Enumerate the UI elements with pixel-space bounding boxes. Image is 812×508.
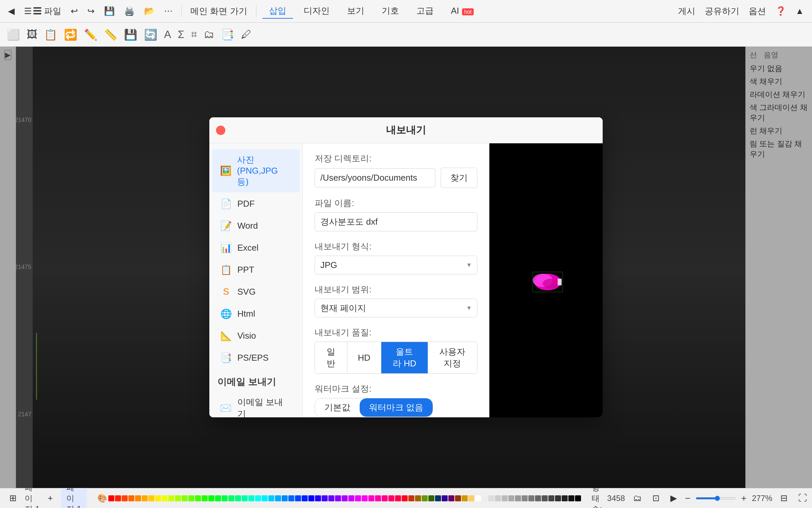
menu-button[interactable]: ☰ ☰ 파일 (22, 4, 64, 18)
color-swatch[interactable] (288, 495, 294, 501)
color-swatch[interactable] (242, 495, 248, 501)
shape-icon-3[interactable]: 📋 (44, 28, 57, 41)
quality-custom[interactable]: 사용자 지정 (428, 342, 477, 373)
directory-input[interactable]: /Users/yoons/Documents (315, 168, 435, 187)
watermark-default[interactable]: 기본값 (315, 398, 360, 417)
shape-icon-11[interactable]: ⌗ (191, 28, 197, 41)
share-button[interactable]: 공유하기 (702, 4, 742, 18)
undo-button[interactable]: ↩ (68, 5, 81, 18)
fullscreen-button[interactable]: ⛶ (796, 492, 810, 505)
color-swatch[interactable] (562, 495, 568, 501)
print-button[interactable]: 🖨️ (121, 5, 137, 18)
color-swatch[interactable] (295, 495, 301, 501)
color-swatch[interactable] (128, 495, 134, 501)
color-swatch[interactable] (208, 495, 214, 501)
color-swatch[interactable] (162, 495, 168, 501)
color-swatch[interactable] (222, 495, 228, 501)
color-swatch[interactable] (535, 495, 541, 501)
color-swatch[interactable] (382, 495, 388, 501)
color-swatch[interactable] (422, 495, 428, 501)
shape-icon-4[interactable]: 🔁 (64, 28, 77, 41)
shape-icon-6[interactable]: 📏 (104, 28, 117, 41)
play-button[interactable]: ▶ (668, 492, 680, 505)
color-swatch[interactable] (508, 495, 514, 501)
shape-icon-5[interactable]: ✏️ (84, 28, 97, 41)
nav-item-excel[interactable]: 📊 Excel (212, 237, 300, 258)
color-swatch[interactable] (195, 495, 201, 501)
color-swatch[interactable] (122, 495, 128, 501)
color-swatch[interactable] (488, 495, 494, 501)
save-button[interactable]: 💾 (101, 5, 117, 18)
color-swatch[interactable] (182, 495, 188, 501)
sidebar-toggle-button[interactable]: ⊞ (7, 492, 19, 505)
more-button[interactable]: ⋯ (161, 5, 175, 18)
color-swatch[interactable] (402, 495, 408, 501)
tab-insert[interactable]: 삽입 (262, 4, 293, 19)
color-swatch[interactable] (375, 495, 381, 501)
shape-icon-9[interactable]: A (164, 28, 171, 41)
add-page-button[interactable]: + (45, 492, 55, 505)
color-swatch[interactable] (115, 495, 121, 501)
color-swatch[interactable] (355, 495, 361, 501)
color-swatch[interactable] (515, 495, 521, 501)
color-swatch[interactable] (348, 495, 354, 501)
quality-hd[interactable]: HD (347, 342, 382, 373)
browse-button[interactable]: 찾기 (441, 168, 477, 188)
color-swatch[interactable] (135, 495, 141, 501)
color-swatch[interactable] (568, 495, 574, 501)
color-swatch[interactable] (215, 495, 221, 501)
color-swatch[interactable] (395, 495, 401, 501)
open-button[interactable]: 📂 (141, 5, 157, 18)
color-swatch[interactable] (528, 495, 534, 501)
color-swatch[interactable] (442, 495, 448, 501)
color-swatch[interactable] (522, 495, 528, 501)
tab-view[interactable]: 보기 (340, 4, 371, 19)
zoom-minus-icon[interactable]: − (685, 493, 690, 504)
settings-button[interactable]: 옵션 (746, 4, 769, 18)
fill-color-indicator[interactable]: 🎨 (97, 494, 107, 503)
color-swatch[interactable] (548, 495, 554, 501)
shape-icon-14[interactable]: 🖊 (241, 28, 252, 41)
color-swatch[interactable] (255, 495, 261, 501)
tab-symbol[interactable]: 기호 (375, 4, 406, 19)
color-swatch[interactable] (148, 495, 154, 501)
color-swatch[interactable] (275, 495, 281, 501)
color-swatch[interactable] (408, 495, 414, 501)
snap-button[interactable]: ⊡ (650, 492, 663, 505)
color-swatch[interactable] (475, 495, 481, 501)
color-swatch[interactable] (362, 495, 368, 501)
color-swatch[interactable] (495, 495, 501, 501)
color-swatch[interactable] (335, 495, 341, 501)
tab-ai[interactable]: AI hot (444, 4, 480, 18)
shape-icon-10[interactable]: Σ (178, 28, 184, 41)
zoom-slider[interactable] (696, 497, 736, 499)
color-swatch[interactable] (235, 495, 241, 501)
nav-item-ppt[interactable]: 📋 PPT (212, 259, 300, 280)
nav-item-image[interactable]: 🖼️ 사진(PNG,JPG 등) (212, 149, 300, 192)
color-swatch[interactable] (468, 495, 474, 501)
color-swatch[interactable] (168, 495, 174, 501)
color-swatch[interactable] (308, 495, 314, 501)
quality-normal[interactable]: 일반 (315, 342, 347, 373)
watermark-none[interactable]: 워터마크 없음 (360, 398, 433, 417)
range-select[interactable]: 현재 페이지 전체 페이지 선택 영역 (315, 299, 477, 318)
layers-button[interactable]: 🗂 (630, 492, 644, 505)
nav-item-word[interactable]: 📝 Word (212, 215, 300, 236)
color-swatch[interactable] (575, 495, 581, 501)
nav-item-email[interactable]: ✉️ 이메일 보내기 (212, 392, 300, 417)
shape-icon-8[interactable]: 🔄 (144, 28, 157, 41)
color-swatch[interactable] (455, 495, 461, 501)
color-swatch[interactable] (388, 495, 394, 501)
color-swatch[interactable] (462, 495, 468, 501)
nav-item-pseps[interactable]: 📑 PS/EPS (212, 347, 300, 368)
shape-icon-13[interactable]: 📑 (221, 28, 234, 41)
color-swatch[interactable] (248, 495, 254, 501)
color-swatch[interactable] (108, 495, 114, 501)
home-button[interactable]: 메인 화면 가기 (188, 4, 250, 18)
tab-advanced[interactable]: 고급 (410, 4, 440, 19)
format-select[interactable]: JPG PNG GIF BMP TIFF (315, 256, 477, 274)
color-swatch[interactable] (482, 495, 488, 501)
color-swatch[interactable] (342, 495, 348, 501)
color-swatch[interactable] (435, 495, 441, 501)
redo-button[interactable]: ↪ (85, 5, 97, 18)
